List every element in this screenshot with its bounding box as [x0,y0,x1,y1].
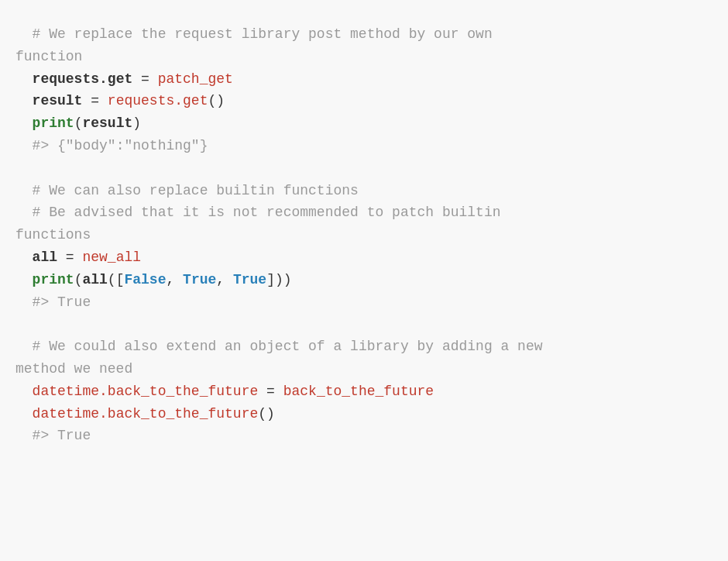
back-to-future-ref: back_to_the_future [283,384,434,399]
keyword-print: print [33,272,74,287]
code-line: function [15,46,713,68]
code-line: #> {"body":"nothing"} [15,135,713,157]
bracket-close: ])) [266,272,291,287]
code-line: datetime.back_to_the_future() [15,403,713,425]
parens: () [208,93,225,108]
code-line: functions [15,224,713,246]
paren-open: ( [74,115,83,131]
variable: result [33,93,83,108]
comma2: , [216,272,233,287]
comment: # Be advised that it is not recommended … [33,205,501,220]
comment: # We could also extend an object of a li… [33,339,543,354]
variable-result: result [82,115,132,131]
code-block: # We replace the request library post me… [0,15,728,561]
variable-all-call: all [82,272,107,287]
operator: = [57,250,82,265]
datetime-assign: datetime.back_to_the_future [33,384,259,399]
variable-all: all [33,250,57,265]
operator: = [82,93,107,108]
comment: function [15,49,82,64]
bool-false: False [124,272,166,287]
blank-line [15,157,713,180]
blank-line [15,313,713,336]
keyword-print: print [33,115,74,131]
code-line: result = requests.get() [15,90,713,112]
code-line: #> True [15,425,713,447]
bool-true-2: True [233,272,266,287]
call-parens: () [258,406,275,422]
bracket-open: ([ [108,272,125,287]
comma: , [166,272,183,287]
bool-true-1: True [183,272,216,287]
code-line: # We replace the request library post me… [15,23,713,46]
datetime-call: datetime.back_to_the_future [33,406,259,422]
code-line: method we need [15,358,713,380]
code-line: all = new_all [15,246,713,269]
code-line: print(all([False, True, True])) [15,269,713,291]
function-ref: patch_get [158,71,233,87]
paren-close: ) [132,115,141,131]
code-line: print(result) [15,112,713,135]
code-line: # We could also extend an object of a li… [15,336,713,358]
variable: requests.get [33,71,133,87]
comment: # We can also replace builtin functions [33,183,359,198]
paren: ( [74,272,83,287]
output-true-2: #> True [33,428,91,443]
code-line: # Be advised that it is not recommended … [15,201,713,224]
comment: method we need [15,361,132,377]
comment: # We replace the request library post me… [15,26,493,42]
code-line: # We can also replace builtin functions [15,180,713,202]
function-call: requests.get [108,93,208,108]
function-new-all: new_all [82,250,141,265]
operator: = [132,71,157,87]
code-line: datetime.back_to_the_future = back_to_th… [15,380,713,403]
operator: = [258,384,283,399]
code-line: #> True [15,291,713,314]
code-line: requests.get = patch_get [15,68,713,91]
output-true: #> True [33,294,91,310]
comment: functions [15,227,91,243]
output-comment: #> {"body":"nothing"} [33,138,208,153]
